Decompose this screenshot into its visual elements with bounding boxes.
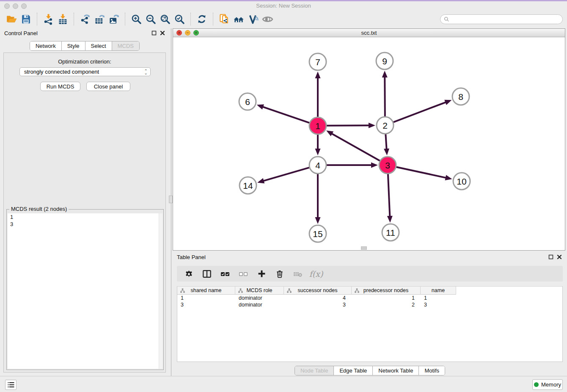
table-panel-tabs: Node TableEdge TableNetwork TableMotifs <box>173 366 567 375</box>
network-view-window: × − + scc.txt 7968124314101511 <box>173 28 565 251</box>
tab-style[interactable]: Style <box>61 41 85 50</box>
column-type-icon <box>180 288 185 293</box>
export-network-icon[interactable] <box>78 12 92 26</box>
table-cell[interactable]: 1 <box>352 295 421 301</box>
mcds-result-line: 3 <box>8 221 162 228</box>
control-panel-tabs: NetworkStyleSelectMCDS <box>0 41 169 51</box>
table-cell[interactable]: dominator <box>235 301 284 308</box>
edge-1-6[interactable] <box>262 107 309 123</box>
table-row[interactable]: 3dominator323 <box>177 301 562 308</box>
refresh-view-icon[interactable] <box>195 12 209 26</box>
edge-arrowhead <box>257 105 264 110</box>
clone-network-icon[interactable] <box>217 12 231 26</box>
open-session-icon[interactable] <box>4 12 19 26</box>
graph-node-label: 9 <box>382 56 387 66</box>
edge-3-1[interactable] <box>331 133 380 161</box>
mcds-result-group: MCDS result (2 nodes) 13 <box>6 209 164 370</box>
memory-status-icon <box>534 382 539 387</box>
edge-4-14[interactable] <box>263 168 309 181</box>
tab-node-table[interactable]: Node Table <box>295 366 334 375</box>
tab-mcds[interactable]: MCDS <box>112 41 139 50</box>
close-panel-icon[interactable] <box>160 30 165 36</box>
graph-node-label: 7 <box>315 57 320 67</box>
float-panel-icon[interactable] <box>151 30 157 36</box>
result-scrollbar[interactable] <box>159 213 162 369</box>
column-header-label: successor nodes <box>298 287 338 293</box>
hide-columns-icon[interactable] <box>238 269 248 279</box>
zoom-selected-icon[interactable] <box>172 12 187 26</box>
tab-network-table[interactable]: Network Table <box>372 366 418 375</box>
delete-column-icon[interactable] <box>275 269 285 279</box>
zoom-fit-icon[interactable] <box>158 12 172 26</box>
zoom-in-icon[interactable] <box>129 12 143 26</box>
table-row[interactable]: 1dominator411 <box>177 295 562 301</box>
table-panel-title: Table Panel <box>177 254 206 260</box>
table-cell[interactable]: 2 <box>352 301 421 308</box>
search-field[interactable] <box>440 14 563 24</box>
function-builder-icon[interactable]: f(x) <box>311 269 321 279</box>
tab-edge-table[interactable]: Edge Table <box>333 366 372 375</box>
table-toolbar: f(x) <box>177 266 563 282</box>
edge-3-11[interactable] <box>388 174 390 217</box>
table-settings-gear-icon[interactable] <box>184 269 194 279</box>
import-network-icon[interactable] <box>41 12 55 26</box>
float-panel-icon[interactable] <box>548 254 553 259</box>
edge-1-2[interactable] <box>327 125 370 126</box>
edge-arrowhead <box>257 178 264 183</box>
show-columns-icon[interactable] <box>220 269 230 279</box>
task-history-button[interactable] <box>5 380 17 390</box>
column-header-name[interactable]: name <box>421 287 456 295</box>
edge-2-3[interactable] <box>385 134 386 150</box>
toolbar-separator <box>37 13 37 25</box>
column-header-successor-nodes[interactable]: successor nodes <box>284 287 352 295</box>
table-cell[interactable]: 1 <box>421 295 456 301</box>
table-cell[interactable]: 4 <box>284 295 352 301</box>
optimization-criterion-label: Optimization criterion: <box>4 58 165 65</box>
export-image-icon[interactable] <box>107 12 121 26</box>
tab-select[interactable]: Select <box>85 41 112 50</box>
network-canvas[interactable]: 7968124314101511 <box>173 37 565 250</box>
column-header-predecessor-nodes[interactable]: predecessor nodes <box>352 287 421 295</box>
network-window-titlebar: × − + scc.txt <box>173 29 565 37</box>
network-resize-grip[interactable] <box>361 246 367 250</box>
vizmapper-icon[interactable] <box>246 12 260 26</box>
tab-network[interactable]: Network <box>30 41 61 50</box>
graph-node-label: 14 <box>243 181 253 190</box>
edge-arrowhead <box>369 123 375 128</box>
export-table-icon[interactable] <box>92 12 107 26</box>
run-mcds-button[interactable]: Run MCDS <box>40 82 80 91</box>
close-panel-icon[interactable] <box>557 254 562 259</box>
mcds-result-box[interactable]: 13 <box>8 213 162 369</box>
home-icon[interactable] <box>231 12 246 26</box>
criterion-dropdown[interactable]: strongly connected component ⌃⌄ <box>19 67 151 76</box>
column-header-shared-name[interactable]: shared name <box>177 287 235 295</box>
show-hide-panels-icon[interactable] <box>260 12 275 26</box>
dropdown-stepper-icon: ⌃⌄ <box>144 70 149 74</box>
graph-node-label: 2 <box>383 121 388 130</box>
delete-table-icon[interactable] <box>293 269 303 279</box>
graph-node-label: 1 <box>315 121 320 131</box>
memory-button[interactable]: Memory <box>532 379 563 390</box>
import-table-icon[interactable] <box>55 12 70 26</box>
tab-motifs[interactable]: Motifs <box>418 366 445 375</box>
edge-2-8[interactable] <box>394 102 447 122</box>
edge-3-10[interactable] <box>396 167 447 178</box>
mcds-panel: Optimization criterion: strongly connect… <box>3 52 166 373</box>
panel-splitter-handle[interactable] <box>169 196 173 203</box>
table-cell[interactable]: 3 <box>284 301 352 308</box>
table-cell[interactable]: dominator <box>235 295 284 301</box>
search-input[interactable] <box>449 16 559 22</box>
table-cell[interactable]: 3 <box>421 301 456 308</box>
table-cell[interactable]: 1 <box>177 295 235 301</box>
zoom-out-icon[interactable] <box>143 12 158 26</box>
table-panel-window-controls <box>548 254 562 259</box>
save-session-icon[interactable] <box>19 12 33 26</box>
split-table-view-icon[interactable] <box>202 269 212 279</box>
graph-node-label: 10 <box>457 177 466 186</box>
table-cell[interactable]: 3 <box>177 301 235 308</box>
close-panel-button[interactable]: Close panel <box>86 82 130 91</box>
create-column-icon[interactable] <box>256 269 267 279</box>
column-header-MCDS-role[interactable]: MCDS role <box>235 287 284 295</box>
node-table[interactable]: shared nameMCDS rolesuccessor nodesprede… <box>177 286 563 362</box>
edge-2-9[interactable] <box>385 76 385 116</box>
